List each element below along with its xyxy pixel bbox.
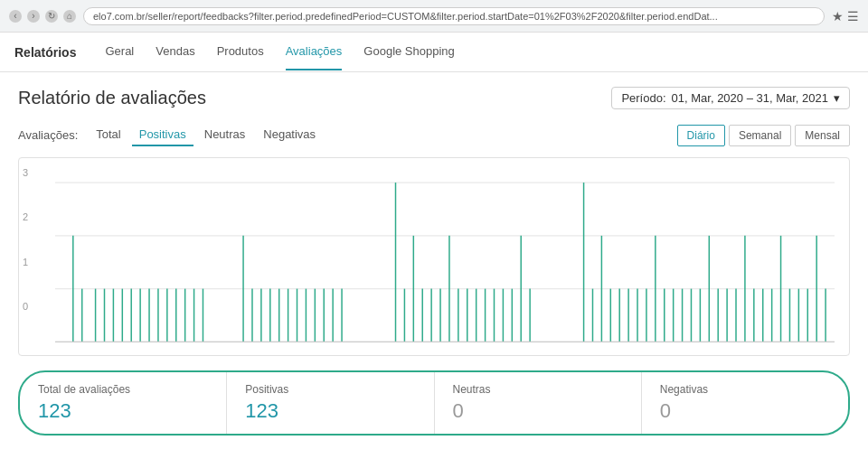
filter-tab-positivas[interactable]: Positivas — [132, 124, 193, 146]
stat-neutras-value: 0 — [453, 399, 623, 423]
back-button[interactable]: ‹ — [9, 10, 22, 23]
stat-total-label: Total de avaliações — [38, 383, 208, 396]
refresh-button[interactable]: ↻ — [45, 10, 58, 23]
bottom-bar: Avaliações de pedidos exibindo 1 - 10 de… — [18, 450, 850, 459]
y-axis: 3 2 1 0 — [23, 167, 28, 312]
url-bar[interactable]: elo7.com.br/seller/report/feedbacks?filt… — [83, 7, 825, 25]
page-content: Relatório de avaliações Período: 01, Mar… — [0, 72, 868, 459]
browser-icons: ★ ☰ — [832, 9, 859, 23]
y-label-2: 2 — [23, 211, 28, 222]
nav-item-produtos[interactable]: Produtos — [217, 33, 264, 70]
stat-positivas-value: 123 — [245, 399, 415, 423]
y-label-3: 3 — [23, 167, 28, 178]
stat-negativas-label: Negativas — [660, 383, 830, 396]
y-label-1: 1 — [23, 257, 28, 267]
period-value: 01, Mar, 2020 – 31, Mar, 2021 — [672, 91, 828, 105]
y-label-0: 0 — [23, 301, 28, 312]
stat-neutras-label: Neutras — [453, 383, 623, 396]
filter-tab-total[interactable]: Total — [89, 124, 127, 146]
stat-positivas-label: Positivas — [245, 383, 415, 396]
stat-neutras: Neutras 0 — [435, 372, 642, 434]
stat-negativas: Negativas 0 — [642, 372, 848, 434]
view-toggle-diario[interactable]: Diário — [677, 125, 725, 146]
chart-container: 3 2 1 0 — [18, 157, 850, 356]
nav-item-avaliacoes[interactable]: Avaliações — [286, 33, 343, 70]
view-toggle-mensal[interactable]: Mensal — [795, 125, 850, 146]
period-label: Período: — [621, 91, 665, 105]
filter-label: Avaliações: — [18, 128, 78, 142]
view-toggle-semanal[interactable]: Semanal — [729, 125, 791, 146]
chart-svg: abr. jul. out. jan. 2021 — [55, 173, 835, 348]
home-button[interactable]: ⌂ — [63, 10, 76, 23]
filter-tab-negativas[interactable]: Negativas — [256, 124, 323, 146]
filter-tabs: Avaliações: Total Positivas Neutras Nega… — [18, 124, 323, 146]
stat-total: Total de avaliações 123 — [20, 372, 227, 434]
stat-positivas: Positivas 123 — [227, 372, 434, 434]
page-header: Relatório de avaliações Período: 01, Mar… — [18, 87, 850, 109]
page-title: Relatório de avaliações — [18, 88, 206, 108]
browser-bar: ‹ › ↻ ⌂ elo7.com.br/seller/report/feedba… — [0, 0, 868, 33]
period-chevron-icon: ▾ — [834, 91, 840, 105]
nav-item-google-shopping[interactable]: Google Shopping — [363, 33, 454, 70]
view-toggles: Diário Semanal Mensal — [677, 125, 850, 146]
nav-item-geral[interactable]: Geral — [105, 33, 134, 70]
nav-item-vendas[interactable]: Vendas — [156, 33, 194, 70]
top-nav: Relatórios Geral Vendas Produtos Avaliaç… — [0, 33, 868, 72]
stat-negativas-value: 0 — [660, 399, 830, 423]
browser-controls: ‹ › ↻ ⌂ — [9, 10, 76, 23]
period-selector[interactable]: Período: 01, Mar, 2020 – 31, Mar, 2021 ▾ — [611, 87, 850, 109]
forward-button[interactable]: › — [27, 10, 40, 23]
nav-section-label: Relatórios — [14, 45, 76, 60]
filter-bar: Avaliações: Total Positivas Neutras Nega… — [18, 124, 850, 146]
stat-total-value: 123 — [38, 399, 208, 423]
filter-tab-neutras[interactable]: Neutras — [197, 124, 253, 146]
stats-row: Total de avaliações 123 Positivas 123 Ne… — [18, 370, 850, 436]
